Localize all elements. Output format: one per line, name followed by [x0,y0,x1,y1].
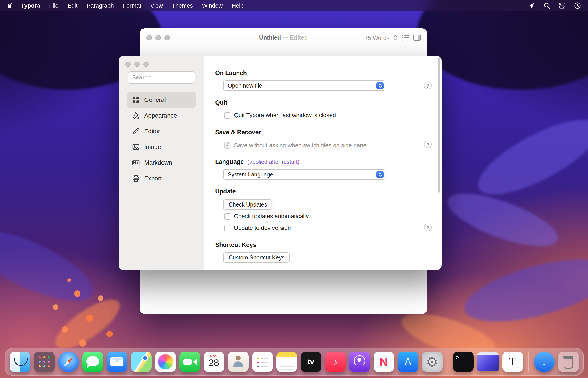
language-heading: Language(applied after restart) [215,159,300,165]
podcasts-icon[interactable] [349,351,370,372]
word-count-stepper-icon[interactable] [393,35,398,41]
dev-update-help-icon[interactable] [424,224,432,231]
location-icon[interactable] [528,2,535,9]
sidebar-item-appearance[interactable]: Appearance [127,108,196,123]
preferences-main-pane: On Launch Open new file Quit Quit Typora… [204,56,442,270]
custom-shortcut-keys-button[interactable]: Custom Shortcut Keys [223,252,290,263]
facetime-icon[interactable] [179,351,200,372]
desktop: Typora File Edit Paragraph Format View T… [0,0,588,378]
app-store-icon[interactable]: A [398,351,418,372]
zoom-button[interactable] [143,62,149,67]
on-launch-heading: On Launch [215,69,247,76]
purple-leaf [442,183,563,257]
dev-update-checkbox[interactable] [224,225,230,231]
purple-leaf [458,247,588,334]
foliage-shadow [417,0,588,90]
menu-file[interactable]: File [49,2,59,9]
downloads-icon[interactable]: ↓ [534,351,554,372]
outline-icon[interactable] [402,35,409,41]
dock-separator [528,352,529,372]
terminal-icon[interactable]: >_ [453,351,474,372]
sidebar-item-image[interactable]: Image [127,139,196,155]
menu-paragraph[interactable]: Paragraph [87,2,114,9]
preferences-sidebar: General Appearance Editor Image Markdown [119,56,204,270]
pencil-icon [132,127,140,135]
menu-view[interactable]: View [150,2,163,9]
save-checkbox[interactable] [224,142,230,148]
shortcut-keys-heading: Shortcut Keys [215,242,256,248]
menu-help[interactable]: Help [232,2,244,9]
quit-checkbox[interactable] [224,112,230,118]
menu-window[interactable]: Window [202,2,223,9]
control-center-icon[interactable] [559,2,566,9]
export-printer-icon [132,175,140,182]
orange-leaf [49,291,126,357]
quit-checkbox-row[interactable]: Quit Typora when last window is closed [224,112,336,119]
apple-tv-icon[interactable]: tv [301,351,321,372]
sidebar-toggle-icon[interactable] [413,35,421,41]
finder-icon[interactable] [9,351,30,372]
dropdown-stepper-icon [377,82,384,89]
reminders-icon[interactable] [252,351,273,372]
zoom-button[interactable] [164,35,170,40]
menu-format[interactable]: Format [123,2,141,9]
update-heading: Update [215,188,236,195]
menu-bar: Typora File Edit Paragraph Format View T… [0,0,588,11]
system-settings-icon[interactable]: ⚙ [422,351,442,372]
language-dropdown[interactable]: System Language [223,169,385,180]
scrollbar[interactable] [438,58,440,193]
screenshot-window-thumbnail[interactable] [477,352,499,371]
auto-update-checkbox-row[interactable]: Check updates automatically [224,213,308,219]
sidebar-item-editor[interactable]: Editor [127,123,196,139]
contacts-icon[interactable] [228,351,248,372]
search-icon[interactable] [544,2,550,9]
minimize-button[interactable] [155,35,161,40]
on-launch-help-icon[interactable] [424,82,432,89]
purple-leaf [0,217,102,315]
messages-icon[interactable] [82,351,103,372]
grid-icon [132,96,140,104]
sidebar-item-export[interactable]: Export [127,171,196,186]
dock-separator [448,352,448,372]
news-icon[interactable]: N [373,351,394,372]
search-input[interactable] [127,71,196,83]
calendar-icon[interactable]: NOV 28 [203,351,224,372]
close-button[interactable] [146,35,152,40]
sidebar-item-markdown[interactable]: Markdown [127,155,196,171]
word-count[interactable]: 75 Words [364,34,390,41]
menu-themes[interactable]: Themes [172,2,193,9]
paint-bucket-icon [132,112,140,120]
save-checkbox-row[interactable]: Save without asking when switch files on… [224,142,368,148]
quit-heading: Quit [215,99,227,106]
markdown-icon [132,159,140,167]
music-icon[interactable]: ♪ [325,351,345,372]
on-launch-dropdown[interactable]: Open new file [223,80,385,91]
image-icon [132,143,140,151]
safari-icon[interactable] [58,351,79,372]
clock-icon[interactable] [574,2,581,9]
dropdown-stepper-icon [377,171,384,178]
close-button[interactable] [125,62,131,67]
trash-icon[interactable] [558,351,579,372]
minimize-button[interactable] [134,62,140,67]
document-titlebar[interactable]: Untitled — Edited 75 Words [140,28,427,47]
language-note: (applied after restart) [248,159,300,165]
notes-icon[interactable] [276,351,297,372]
save-recover-heading: Save & Recover [215,129,261,135]
launchpad-icon[interactable] [34,351,54,372]
preferences-window: General Appearance Editor Image Markdown [119,56,442,270]
dock: NOV 28 tv ♪ N A ⚙ >_ T ↓ [4,348,584,376]
orange-flowers [67,278,71,282]
mail-icon[interactable] [106,351,127,372]
photos-icon[interactable] [155,351,176,372]
menu-edit[interactable]: Edit [68,2,78,9]
typora-icon[interactable]: T [503,351,523,372]
save-help-icon[interactable] [424,140,432,148]
apple-menu-icon[interactable] [7,2,14,9]
menu-app-name[interactable]: Typora [21,2,40,9]
dev-update-checkbox-row[interactable]: Update to dev version [224,224,291,231]
sidebar-item-general[interactable]: General [127,92,196,108]
maps-icon[interactable] [131,351,151,372]
check-updates-button[interactable]: Check Updates [223,199,272,210]
auto-update-checkbox[interactable] [224,213,230,219]
